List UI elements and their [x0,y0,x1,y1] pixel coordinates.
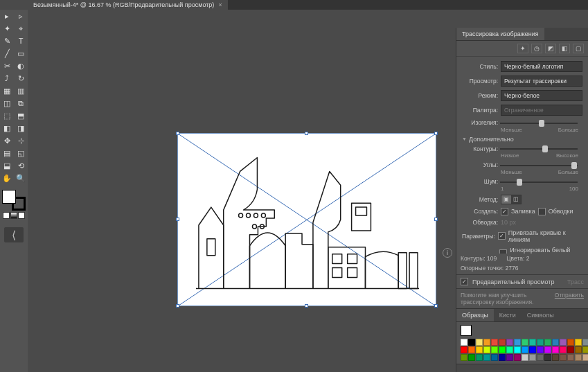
swatch-cell[interactable] [552,354,559,361]
swatch-cell[interactable] [522,346,528,353]
preset-auto-icon[interactable]: ✦ [517,44,528,53]
swatch-cell[interactable] [491,339,498,346]
selection-handle-tr[interactable] [434,132,438,135]
color-mode-gradient[interactable] [10,212,17,219]
swatch-cell[interactable] [468,346,475,353]
tool-4[interactable]: ✎ [0,35,14,47]
swatch-cell[interactable] [552,339,559,346]
swatch-cell[interactable] [529,339,536,346]
preset-bw-icon[interactable]: ◧ [559,44,570,53]
tool-11[interactable]: ↻ [14,72,28,85]
tool-23[interactable]: ◱ [14,147,28,159]
swatch-cell[interactable] [552,346,559,353]
swatch-cell[interactable] [499,346,506,353]
swatch-cell[interactable] [567,339,574,346]
swatch-cell[interactable] [461,346,467,353]
tool-24[interactable]: ⬓ [0,159,14,172]
swatch-cell[interactable] [582,346,588,353]
swatch-cell[interactable] [506,346,513,353]
method-abutting-icon[interactable]: ▣ [501,195,511,204]
tool-10[interactable]: ⤴ [0,72,14,85]
swatch-cell[interactable] [522,354,528,361]
swatch-cell[interactable] [514,346,521,353]
preview-checkbox[interactable] [461,278,468,285]
swatch-cell[interactable] [514,339,521,346]
tool-22[interactable]: ▤ [0,147,14,159]
create-stroke-checkbox[interactable] [538,208,546,215]
tool-16[interactable]: ⬚ [0,109,14,122]
advanced-section-toggle[interactable]: Дополнительно [462,136,582,143]
swatch-cell[interactable] [575,354,582,361]
swatch-cell[interactable] [461,354,467,361]
symbols-tab[interactable]: Символы [522,309,560,321]
swatch-cell[interactable] [560,354,567,361]
selection-handle-ml[interactable] [176,218,179,221]
swatch-cell[interactable] [522,339,528,346]
swatch-cell[interactable] [544,339,551,346]
preset-shades-icon[interactable]: ◩ [545,44,556,53]
tool-26[interactable]: ✋ [0,172,14,184]
corners-slider[interactable] [500,162,578,169]
tool-2[interactable]: ✦ [0,22,14,35]
threshold-slider[interactable] [500,120,578,127]
swatch-cell[interactable] [476,339,483,346]
swatch-cell[interactable] [560,346,567,353]
swatch-cell[interactable] [537,354,544,361]
selection-handle-mr[interactable] [434,218,438,221]
fill-stroke-swatch[interactable] [2,190,26,211]
paths-slider[interactable] [500,145,578,152]
swatch-cell[interactable] [567,346,574,353]
swatch-cell[interactable] [537,346,544,353]
tool-8[interactable]: ✂ [0,60,14,72]
color-mode-normal[interactable] [3,212,10,219]
swatch-cell[interactable] [476,354,483,361]
preset-outline-icon[interactable]: ▢ [573,44,584,53]
tool-6[interactable]: ╱ [0,47,14,60]
tool-0[interactable]: ▸ [0,10,14,22]
swatch-cell[interactable] [582,354,588,361]
swatch-cell[interactable] [499,354,506,361]
tool-1[interactable]: ▹ [14,10,28,22]
tool-20[interactable]: ✥ [0,134,14,147]
snap-curves-checkbox[interactable] [498,232,506,240]
tool-9[interactable]: ◐ [14,60,28,72]
info-icon[interactable]: i [443,248,452,258]
screen-mode-button[interactable]: ⟨ [4,227,24,242]
help-send-link[interactable]: Отправить [555,292,584,305]
swatches-preview-fill[interactable] [461,325,472,336]
tool-5[interactable]: T [14,35,28,47]
preset-photo-icon[interactable]: ◷ [531,44,542,53]
tool-13[interactable]: ▥ [14,85,28,97]
selection-handle-tl[interactable] [176,132,179,135]
swatch-cell[interactable] [499,339,506,346]
fill-swatch[interactable] [2,190,16,204]
selection-handle-bc[interactable] [305,304,308,308]
swatch-cell[interactable] [537,339,544,346]
swatch-cell[interactable] [483,354,490,361]
swatch-cell[interactable] [544,346,551,353]
swatch-cell[interactable] [544,354,551,361]
selection-handle-br[interactable] [434,304,438,308]
tool-14[interactable]: ◫ [0,97,14,109]
swatch-cell[interactable] [575,346,582,353]
tool-12[interactable]: ▦ [0,85,14,97]
selection-handle-tc[interactable] [305,132,308,135]
method-overlap-icon[interactable]: ◫ [511,195,521,204]
tool-19[interactable]: ◨ [14,122,28,134]
swatch-cell[interactable] [575,339,582,346]
tool-21[interactable]: ⊹ [14,134,28,147]
swatch-cell[interactable] [560,339,567,346]
canvas-area[interactable] [28,10,456,372]
swatch-cell[interactable] [491,354,498,361]
swatch-cell[interactable] [567,354,574,361]
swatch-cell[interactable] [483,339,490,346]
swatch-cell[interactable] [582,339,588,346]
mode-dropdown[interactable]: Черно-белое [501,90,582,101]
image-trace-panel-tab[interactable]: Трассировка изображения [456,28,544,40]
selection-handle-bl[interactable] [176,304,179,308]
swatch-cell[interactable] [483,346,490,353]
tool-15[interactable]: ⧉ [14,97,28,109]
swatch-cell[interactable] [491,346,498,353]
method-toggle[interactable]: ▣◫ [501,195,522,204]
color-mode-none[interactable] [18,212,25,219]
